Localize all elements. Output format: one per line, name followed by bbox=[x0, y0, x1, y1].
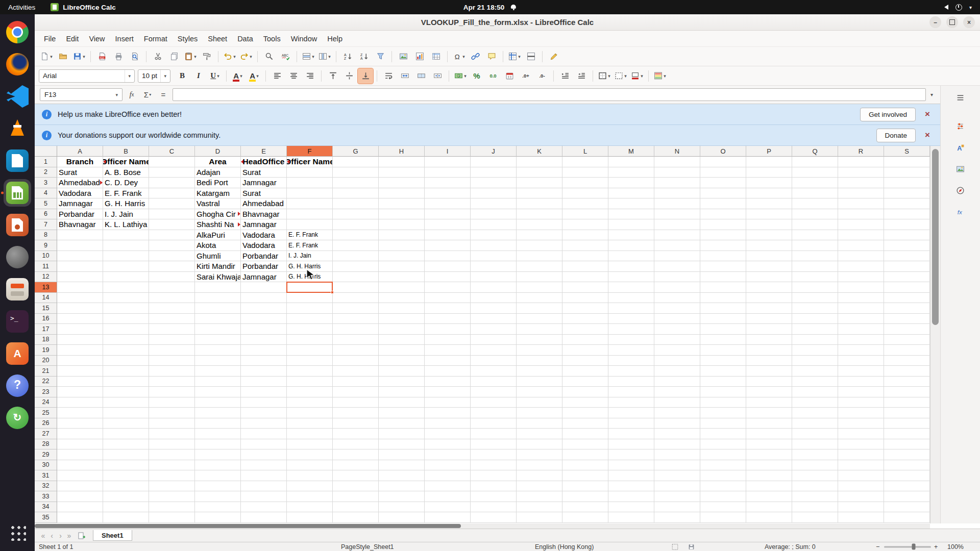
cell-A10[interactable] bbox=[57, 251, 103, 262]
cell-P34[interactable] bbox=[746, 502, 792, 513]
cell-K29[interactable] bbox=[517, 449, 562, 460]
cell-E12[interactable]: Jamnagar bbox=[241, 272, 287, 283]
freeze-rows-columns-button[interactable]: ▾ bbox=[507, 49, 522, 64]
undo-button[interactable]: ▾ bbox=[222, 49, 237, 64]
row-header-15[interactable]: 15 bbox=[35, 303, 57, 314]
cell-H29[interactable] bbox=[379, 449, 425, 460]
horizontal-scrollbar-thumb[interactable] bbox=[35, 524, 461, 528]
cell-P29[interactable] bbox=[746, 449, 792, 460]
cell-B19[interactable] bbox=[103, 345, 149, 356]
cell-B11[interactable] bbox=[103, 261, 149, 272]
cell-K20[interactable] bbox=[517, 356, 562, 366]
cell-E1[interactable]: HeadOffice bbox=[241, 157, 287, 167]
cell-O34[interactable] bbox=[700, 502, 746, 513]
font-color-dropdown-arrow[interactable]: ▾ bbox=[240, 73, 242, 79]
cell-E33[interactable] bbox=[241, 491, 287, 502]
cell-S33[interactable] bbox=[884, 491, 930, 502]
cut-button[interactable] bbox=[150, 49, 165, 64]
cell-A29[interactable] bbox=[57, 449, 103, 460]
cell-L7[interactable] bbox=[562, 219, 608, 230]
cell-M19[interactable] bbox=[608, 345, 654, 356]
cell-O25[interactable] bbox=[700, 408, 746, 418]
italic-button[interactable]: I bbox=[191, 68, 206, 84]
column-header-H[interactable]: H bbox=[379, 146, 425, 157]
cell-R14[interactable] bbox=[838, 293, 884, 304]
add-decimal-place-button[interactable]: .0+ bbox=[518, 68, 533, 84]
cell-E27[interactable] bbox=[241, 429, 287, 439]
cell-E24[interactable] bbox=[241, 397, 287, 408]
cell-R26[interactable] bbox=[838, 418, 884, 429]
cell-K10[interactable] bbox=[517, 251, 562, 262]
cell-O8[interactable] bbox=[700, 230, 746, 241]
cell-M6[interactable] bbox=[608, 209, 654, 220]
cell-D5[interactable]: Vastral bbox=[195, 198, 241, 209]
close-notification-icon[interactable]: × bbox=[922, 109, 933, 119]
cell-M21[interactable] bbox=[608, 366, 654, 377]
export-pdf-button[interactable]: PDF bbox=[94, 49, 110, 64]
cell-C12[interactable] bbox=[149, 272, 195, 283]
cell-G12[interactable] bbox=[333, 272, 379, 283]
cell-S27[interactable] bbox=[884, 429, 930, 439]
cell-E3[interactable]: Jamnagar bbox=[241, 178, 287, 188]
cell-O35[interactable] bbox=[700, 512, 746, 523]
row-header-30[interactable]: 30 bbox=[35, 460, 57, 471]
sheet-tab-sheet1[interactable]: Sheet1 bbox=[93, 530, 132, 541]
cell-Q31[interactable] bbox=[792, 470, 838, 481]
cell-P2[interactable] bbox=[746, 167, 792, 178]
cell-B22[interactable] bbox=[103, 377, 149, 387]
cell-N30[interactable] bbox=[654, 460, 700, 471]
cell-K25[interactable] bbox=[517, 408, 562, 418]
cell-M27[interactable] bbox=[608, 429, 654, 439]
cell-D14[interactable] bbox=[195, 293, 241, 304]
cell-J5[interactable] bbox=[471, 198, 517, 209]
cell-P5[interactable] bbox=[746, 198, 792, 209]
cell-J7[interactable] bbox=[471, 219, 517, 230]
cell-B27[interactable] bbox=[103, 429, 149, 439]
cell-I34[interactable] bbox=[425, 502, 471, 513]
sort-ascending-button[interactable]: AZ bbox=[340, 49, 355, 64]
cell-A23[interactable] bbox=[57, 387, 103, 397]
cell-R32[interactable] bbox=[838, 481, 884, 492]
cell-R2[interactable] bbox=[838, 167, 884, 178]
cell-F2[interactable] bbox=[287, 167, 333, 178]
cell-R1[interactable] bbox=[838, 157, 884, 167]
cell-C27[interactable] bbox=[149, 429, 195, 439]
cell-C16[interactable] bbox=[149, 314, 195, 324]
column-header-F[interactable]: F bbox=[287, 146, 333, 157]
cell-G14[interactable] bbox=[333, 293, 379, 304]
cell-L22[interactable] bbox=[562, 377, 608, 387]
cell-I18[interactable] bbox=[425, 335, 471, 345]
cell-J24[interactable] bbox=[471, 397, 517, 408]
cell-E4[interactable]: Surat bbox=[241, 188, 287, 199]
cell-A20[interactable] bbox=[57, 356, 103, 366]
cell-R20[interactable] bbox=[838, 356, 884, 366]
format-as-date-button[interactable] bbox=[502, 68, 517, 84]
cell-G17[interactable] bbox=[333, 324, 379, 335]
cell-E13[interactable] bbox=[241, 282, 287, 293]
cell-R33[interactable] bbox=[838, 491, 884, 502]
cell-K24[interactable] bbox=[517, 397, 562, 408]
cell-K19[interactable] bbox=[517, 345, 562, 356]
cell-M33[interactable] bbox=[608, 491, 654, 502]
cell-S11[interactable] bbox=[884, 261, 930, 272]
cell-D19[interactable] bbox=[195, 345, 241, 356]
row-header-12[interactable]: 12 bbox=[35, 272, 57, 283]
cell-G19[interactable] bbox=[333, 345, 379, 356]
cell-A35[interactable] bbox=[57, 512, 103, 523]
column-header-B[interactable]: B bbox=[103, 146, 149, 157]
cell-I10[interactable] bbox=[425, 251, 471, 262]
cell-P35[interactable] bbox=[746, 512, 792, 523]
clock-menu[interactable]: Apr 21 18:50 bbox=[463, 4, 517, 11]
format-as-currency-dropdown-arrow[interactable]: ▾ bbox=[464, 73, 467, 79]
insert-image-button[interactable] bbox=[396, 49, 411, 64]
dock-item-impress[interactable] bbox=[4, 211, 31, 239]
cell-F17[interactable] bbox=[287, 324, 333, 335]
cell-I35[interactable] bbox=[425, 512, 471, 523]
row-header-20[interactable]: 20 bbox=[35, 356, 57, 366]
cell-N5[interactable] bbox=[654, 198, 700, 209]
cell-H20[interactable] bbox=[379, 356, 425, 366]
system-status-area[interactable]: ▾ bbox=[944, 4, 980, 11]
zoom-slider-thumb[interactable] bbox=[912, 544, 916, 550]
cell-A6[interactable]: Porbandar bbox=[57, 209, 103, 220]
cell-J16[interactable] bbox=[471, 314, 517, 324]
